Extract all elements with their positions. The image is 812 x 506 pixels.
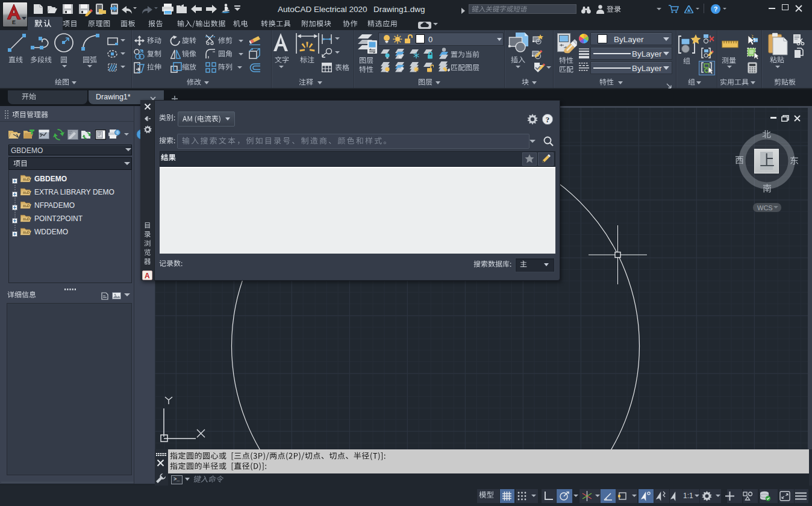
svg-text:?: ? — [546, 115, 550, 124]
svg-text:?: ? — [714, 5, 718, 13]
